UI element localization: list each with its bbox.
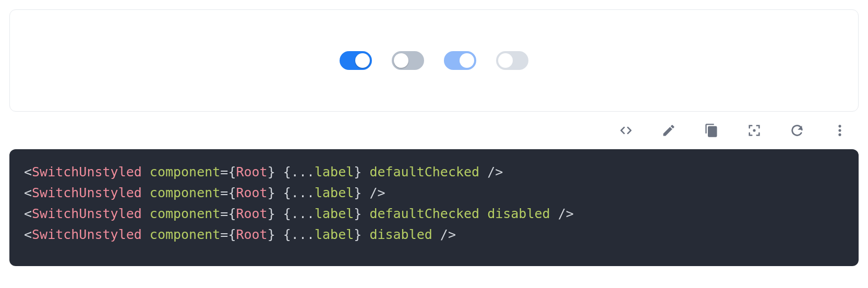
code-line: <SwitchUnstyled component={Root} {...lab… [24,183,844,203]
switch-on-disabled [444,51,476,70]
demo-preview [9,9,859,112]
svg-point-2 [838,129,841,131]
focus-icon[interactable] [746,122,763,139]
code-icon[interactable] [618,122,634,139]
switch-on[interactable] [340,51,372,70]
code-line: <SwitchUnstyled component={Root} {...lab… [24,203,844,224]
copy-icon[interactable] [703,122,720,139]
refresh-icon[interactable] [789,122,805,139]
svg-point-1 [838,125,841,127]
switch-off[interactable] [392,51,424,70]
switch-thumb [355,53,370,68]
code-line: <SwitchUnstyled component={Root} {...lab… [24,224,844,245]
more-icon[interactable] [831,122,848,139]
svg-point-3 [838,134,841,136]
code-block[interactable]: <SwitchUnstyled component={Root} {...lab… [9,149,859,266]
code-line: <SwitchUnstyled component={Root} {...lab… [24,162,844,183]
switch-thumb [498,53,513,68]
code-toolbar [9,112,859,149]
edit-icon[interactable] [660,122,677,139]
switch-thumb [460,53,474,68]
switch-off-disabled [496,51,528,70]
switch-thumb [394,53,408,68]
svg-point-0 [753,129,755,131]
